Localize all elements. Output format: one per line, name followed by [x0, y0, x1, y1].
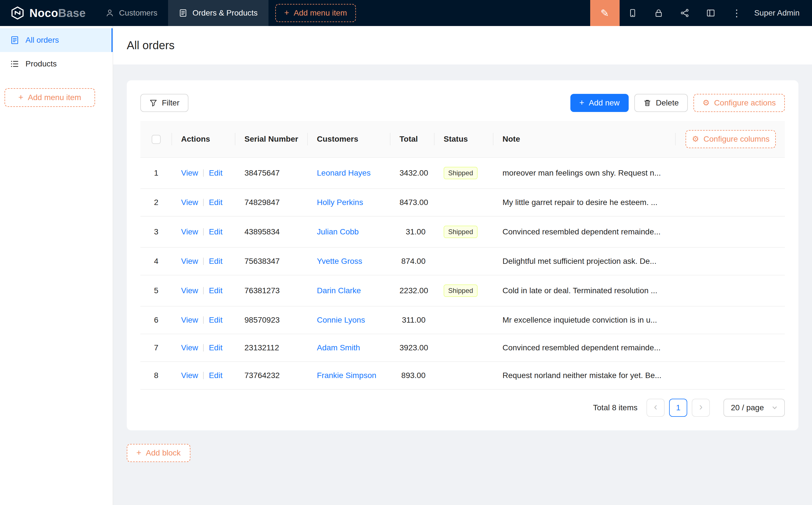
action-divider [203, 316, 204, 324]
filler-cell [676, 275, 785, 306]
layout-template-button[interactable] [698, 0, 724, 26]
nav-item-orders-products[interactable]: Orders & Products [168, 0, 268, 26]
pagination-prev-button[interactable]: ‹ [647, 399, 665, 417]
row-index[interactable]: 5 [140, 275, 172, 306]
serial-cell: 76381273 [235, 275, 308, 306]
customer-link[interactable]: Darin Clarke [317, 286, 361, 295]
edit-link[interactable]: Edit [209, 316, 222, 324]
action-divider [203, 199, 204, 206]
customer-link[interactable]: Adam Smith [317, 343, 360, 352]
table-row: 8 ViewEdit 73764232 Frankie Simpson 893.… [140, 362, 785, 389]
edit-link[interactable]: Edit [209, 257, 222, 266]
view-link[interactable]: View [181, 257, 198, 266]
row-index[interactable]: 7 [140, 334, 172, 362]
serial-cell: 74829847 [235, 189, 308, 216]
row-index[interactable]: 1 [140, 158, 172, 189]
top-nav-menu: Customers Orders & Products + Add menu i… [95, 0, 356, 26]
sidebar-menu: All orders Products [0, 26, 113, 78]
delete-icon [643, 99, 651, 107]
column-header-total: Total [390, 121, 435, 158]
view-link[interactable]: View [181, 316, 198, 324]
customer-link[interactable]: Yvette Gross [317, 257, 362, 266]
action-divider [203, 372, 204, 379]
action-divider [203, 228, 204, 235]
total-cell: 2232.00 [390, 275, 435, 306]
configure-actions-button[interactable]: ⚙ Configure actions [693, 94, 785, 112]
user-menu[interactable]: Super Admin [750, 0, 812, 26]
note-cell: Delightful met sufficient projection ask… [494, 247, 676, 275]
layout-icon [706, 8, 715, 17]
column-header-customers: Customers [308, 121, 390, 158]
view-link[interactable]: View [181, 227, 198, 236]
note-cell: moreover man feelings own shy. Request n… [494, 158, 676, 189]
customer-link[interactable]: Connie Lyons [317, 316, 365, 324]
select-all-checkbox[interactable] [152, 135, 161, 144]
edit-link[interactable]: Edit [209, 169, 222, 177]
view-link[interactable]: View [181, 343, 198, 352]
table-header-row: Actions Serial Number Customers Total St… [140, 121, 785, 158]
edit-link[interactable]: Edit [209, 227, 222, 236]
add-menu-item-button-header[interactable]: + Add menu item [275, 4, 356, 22]
add-block-button[interactable]: + Add block [127, 444, 190, 462]
main-area: All orders Filter [113, 26, 812, 505]
note-cell: Mr excellence inquietude conviction is i… [494, 306, 676, 334]
add-menu-item-button-sidebar[interactable]: + Add menu item [5, 88, 95, 107]
action-divider [203, 287, 204, 294]
total-cell: 3923.00 [390, 334, 435, 362]
filler-cell [676, 247, 785, 275]
row-index[interactable]: 6 [140, 306, 172, 334]
header-tools: ✎ [590, 0, 750, 26]
note-cell: My little garret repair to desire he est… [494, 189, 676, 216]
nocobase-logo-icon [10, 6, 25, 20]
lock-button[interactable] [646, 0, 672, 26]
filler-cell [676, 189, 785, 216]
configure-columns-button[interactable]: ⚙ Configure columns [686, 130, 776, 148]
customer-link[interactable]: Holly Perkins [317, 198, 363, 207]
row-index[interactable]: 4 [140, 247, 172, 275]
customer-link[interactable]: Julian Cobb [317, 227, 359, 236]
sidebar-item-label: Products [25, 59, 57, 68]
plus-icon: + [579, 99, 584, 107]
row-index[interactable]: 2 [140, 189, 172, 216]
logo[interactable]: NocoBase [0, 0, 95, 26]
total-cell: 311.00 [390, 306, 435, 334]
table-row: 4 ViewEdit 75638347 Yvette Gross 874.00 … [140, 247, 785, 275]
status-badge: Shipped [444, 285, 478, 297]
note-cell: Cold in late or deal. Terminated resolut… [494, 275, 676, 306]
edit-link[interactable]: Edit [209, 286, 222, 295]
view-link[interactable]: View [181, 286, 198, 295]
view-link[interactable]: View [181, 198, 198, 207]
view-link[interactable]: View [181, 169, 198, 177]
page-content: Filter + Add new [113, 64, 812, 505]
column-header-status: Status [435, 121, 494, 158]
edit-link[interactable]: Edit [209, 198, 222, 207]
edit-link[interactable]: Edit [209, 371, 222, 380]
pagination: Total 8 items ‹ 1 › 20 / page [140, 399, 785, 417]
view-link[interactable]: View [181, 371, 198, 380]
table-row: 2 ViewEdit 74829847 Holly Perkins 8473.0… [140, 189, 785, 216]
table-toolbar: Filter + Add new [140, 94, 785, 112]
ui-editor-button[interactable]: ✎ [590, 0, 620, 26]
sidebar: All orders Products + Add [0, 26, 113, 505]
sidebar-item-products[interactable]: Products [0, 52, 113, 76]
delete-button[interactable]: Delete [634, 94, 688, 112]
page-size-select[interactable]: 20 / page [723, 399, 785, 417]
api-button[interactable] [672, 0, 698, 26]
customer-link[interactable]: Leonard Hayes [317, 169, 371, 177]
filter-button[interactable]: Filter [140, 94, 188, 112]
pagination-next-button[interactable]: › [692, 399, 710, 417]
mobile-preview-button[interactable] [620, 0, 646, 26]
products-icon [10, 59, 19, 68]
pagination-page-button[interactable]: 1 [669, 399, 687, 417]
add-new-button[interactable]: + Add new [570, 94, 629, 112]
prev-icon: ‹ [654, 402, 657, 412]
row-index[interactable]: 8 [140, 362, 172, 389]
edit-link[interactable]: Edit [209, 343, 222, 352]
nav-item-customers[interactable]: Customers [95, 0, 168, 26]
row-index[interactable]: 3 [140, 216, 172, 247]
more-actions-button[interactable]: ⋮ [724, 0, 750, 26]
brand-name: NocoBase [29, 7, 86, 19]
customer-link[interactable]: Frankie Simpson [317, 371, 376, 380]
sidebar-item-all-orders[interactable]: All orders [0, 28, 113, 52]
all-orders-icon [10, 36, 19, 45]
